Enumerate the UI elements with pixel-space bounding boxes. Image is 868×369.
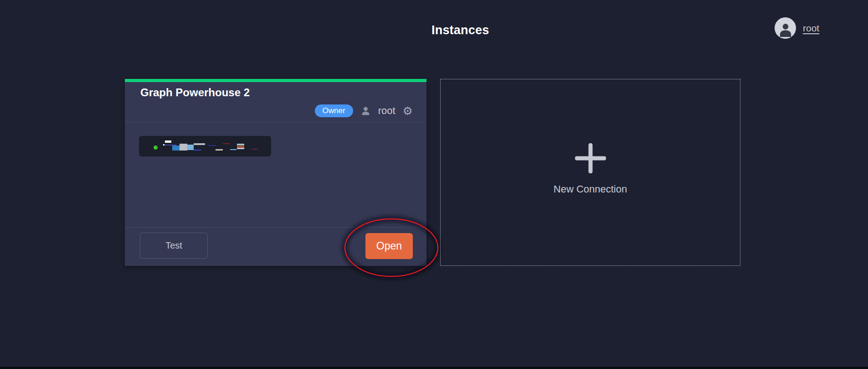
user-menu-link[interactable]: root: [803, 23, 819, 34]
bottom-window-edge: [0, 367, 868, 369]
thumbnail-bar: [216, 149, 223, 151]
test-button[interactable]: Test: [140, 233, 208, 259]
thumbnail-bar: [187, 145, 194, 150]
gear-icon[interactable]: ⚙: [403, 105, 413, 117]
person-icon: [360, 106, 371, 116]
instance-thumbnail: [139, 136, 271, 156]
card-header-divider: [125, 122, 426, 122]
open-button[interactable]: Open: [365, 233, 413, 259]
plus-icon: [575, 143, 606, 175]
instance-meta-row: Owner root ⚙: [315, 104, 413, 118]
thumbnail-bar: [230, 149, 236, 150]
owner-badge: Owner: [315, 104, 353, 117]
new-connection-tile[interactable]: New Connection: [440, 79, 740, 266]
thumbnail-bar: [223, 143, 230, 144]
thumbnail-bar: [194, 143, 205, 145]
thumbnail-bar: [163, 144, 164, 146]
user-area: root: [775, 17, 819, 39]
thumbnail-bar: [208, 145, 216, 146]
instance-card: Graph Powerhouse 2 Owner root ⚙ Test Ope…: [125, 79, 426, 266]
instance-card-title: Graph Powerhouse 2: [140, 86, 250, 99]
page-title: Instances: [431, 23, 489, 37]
thumbnail-bar: [252, 149, 258, 150]
thumbnail-bar: [237, 148, 244, 149]
avatar[interactable]: [775, 17, 796, 39]
thumbnail-bar: [194, 150, 201, 151]
avatar-user-icon: [778, 21, 793, 39]
new-connection-label: New Connection: [554, 183, 627, 195]
instance-owner-name: root: [378, 105, 395, 117]
thumbnail-bar: [165, 140, 171, 143]
thumbnail-bar: [180, 144, 187, 151]
thumbnail-bar: [154, 146, 158, 150]
thumbnail-bar: [172, 146, 180, 151]
card-footer-divider: [125, 227, 426, 228]
